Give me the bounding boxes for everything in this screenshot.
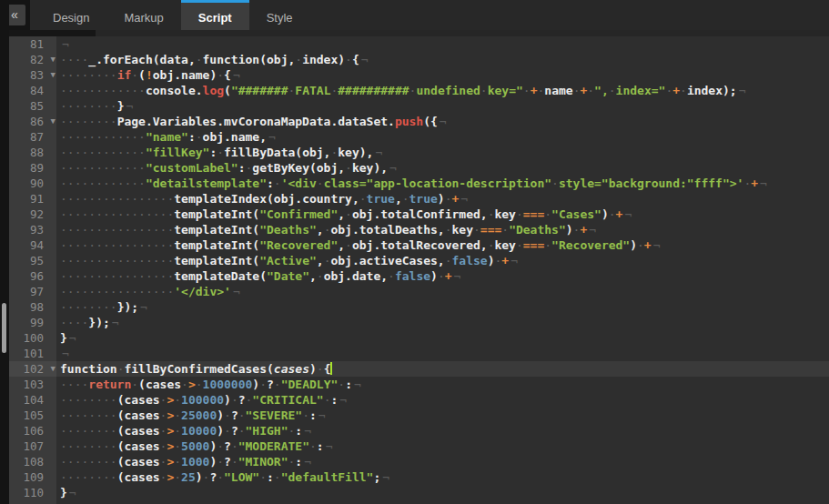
- code-line[interactable]: 92················templateInt("Confirmed…: [9, 207, 829, 222]
- line-number: 110: [9, 485, 56, 500]
- code-line-text: ········if·(!obj.name)·{¬: [56, 67, 829, 83]
- code-line-text: ····return·(cases·>·1000000)·?·"DEADLY"·…: [56, 377, 829, 392]
- line-number: 100: [9, 330, 56, 346]
- code-line-text: function·fillByConfirmedCases(cases)·{: [56, 361, 829, 377]
- code-line[interactable]: 84············console.log("#######·FATAL…: [9, 83, 829, 98]
- line-number: 83▼: [9, 67, 56, 83]
- code-line[interactable]: 83▼········if·(!obj.name)·{¬: [9, 67, 829, 83]
- code-line[interactable]: 103····return·(cases·>·1000000)·?·"DEADL…: [9, 377, 829, 392]
- code-line[interactable]: 97················'</div>'¬: [9, 284, 829, 299]
- code-line-text: ········Page.Variables.mvCoronaMapData.d…: [56, 114, 829, 129]
- code-line[interactable]: 81¬: [9, 36, 829, 52]
- code-line[interactable]: 94················templateInt("Recovered…: [9, 237, 829, 253]
- code-line[interactable]: 104········(cases·>·100000)·?·"CRITICAL"…: [9, 392, 829, 408]
- line-number: 109: [9, 469, 56, 485]
- line-number: 84: [9, 83, 56, 98]
- line-number: 82▼: [9, 52, 56, 67]
- rail-scrollbar-thumb[interactable]: [2, 303, 6, 353]
- code-line[interactable]: 101¬: [9, 346, 829, 361]
- fold-arrow-icon[interactable]: ▼: [51, 52, 56, 67]
- code-line-text: ····_.forEach(data,·function(obj,·index)…: [56, 52, 829, 67]
- line-number: 88: [9, 145, 56, 160]
- tab-list: DesignMarkupScriptStyle: [35, 0, 310, 30]
- tab-style[interactable]: Style: [249, 0, 310, 30]
- line-number: 108: [9, 454, 56, 469]
- code-line[interactable]: 98········});¬: [9, 299, 829, 315]
- code-line[interactable]: 110}¬: [9, 485, 829, 500]
- tab-script[interactable]: Script: [181, 0, 249, 30]
- code-line[interactable]: 100}¬: [9, 330, 829, 346]
- code-line-text: ············"name":·obj.name,¬: [56, 129, 829, 145]
- line-number: 87: [9, 129, 56, 145]
- code-line-text: ················'</div>'¬: [56, 284, 829, 299]
- tab-markup[interactable]: Markup: [106, 0, 180, 30]
- code-line-text: ····});¬: [56, 315, 829, 330]
- fold-arrow-icon[interactable]: ▼: [51, 361, 56, 377]
- code-line[interactable]: 82▼····_.forEach(data,·function(obj,·ind…: [9, 52, 829, 67]
- line-number: 103: [9, 377, 56, 392]
- code-line-text: ················templateInt("Recovered",…: [56, 237, 829, 253]
- code-line-text: ········});¬: [56, 299, 829, 315]
- line-number: 93: [9, 222, 56, 237]
- code-line[interactable]: 107········(cases·>·5000)·?·"MODERATE"·:…: [9, 438, 829, 454]
- code-line-text: ·······▪: [56, 500, 829, 504]
- line-number: 85: [9, 98, 56, 114]
- tab-design[interactable]: Design: [35, 0, 106, 30]
- line-number: 99: [9, 315, 56, 330]
- line-number: 89: [9, 160, 56, 176]
- code-line-text: ················templateInt("Active",·ob…: [56, 253, 829, 268]
- code-line-text: ········(cases·>·5000)·?·"MODERATE"·:¬: [56, 438, 829, 454]
- line-number: 92: [9, 207, 56, 222]
- code-line-text: ········(cases·>·10000)·?·"HIGH"·:¬: [56, 423, 829, 438]
- code-line-text: ¬: [56, 346, 829, 361]
- editor-tab-bar: « DesignMarkupScriptStyle: [0, 0, 829, 30]
- line-number: 81: [9, 36, 56, 52]
- code-line[interactable]: 109········(cases·>·25)·?·"LOW"·:·"defau…: [9, 469, 829, 485]
- line-number: 111: [9, 500, 56, 504]
- code-line-text: ········(cases·>·1000)·?·"MINOR"·:¬: [56, 454, 829, 469]
- code-line[interactable]: 108········(cases·>·1000)·?·"MINOR"·:¬: [9, 454, 829, 469]
- code-line[interactable]: 93················templateInt("Deaths",·…: [9, 222, 829, 237]
- fold-arrow-icon[interactable]: ▼: [51, 67, 56, 83]
- line-number: 98: [9, 299, 56, 315]
- code-line-text: ············"fillKey":·fillByData(obj,·k…: [56, 145, 829, 160]
- code-line-text: ········(cases·>·100000)·?·"CRITICAL"·:¬: [56, 392, 829, 408]
- line-number: 107: [9, 438, 56, 454]
- code-line-text: ············"customLabel":·getByKey(obj,…: [56, 160, 829, 176]
- code-line[interactable]: 90············"detailstemplate":·'<div·c…: [9, 176, 829, 191]
- line-number: 106: [9, 423, 56, 438]
- line-number: 90: [9, 176, 56, 191]
- fold-arrow-icon[interactable]: ▼: [51, 114, 56, 129]
- code-line[interactable]: 96················templateDate("Date",·o…: [9, 268, 829, 284]
- line-number: 91: [9, 191, 56, 207]
- code-line[interactable]: 102▼function·fillByConfirmedCases(cases)…: [9, 361, 829, 377]
- code-line[interactable]: 91················templateIndex(obj.coun…: [9, 191, 829, 207]
- code-line-text: ········(cases·>·25)·?·"LOW"·:·"defaultF…: [56, 469, 829, 485]
- code-line[interactable]: 111·······▪: [9, 500, 829, 504]
- script-editor-window: « DesignMarkupScriptStyle 81¬82▼····_.fo…: [0, 0, 829, 504]
- line-number: 97: [9, 284, 56, 299]
- code-line[interactable]: 99····});¬: [9, 315, 829, 330]
- line-number: 96: [9, 268, 56, 284]
- code-line-text: ········}¬: [56, 98, 829, 114]
- code-line[interactable]: 85········}¬: [9, 98, 829, 114]
- line-number: 95: [9, 253, 56, 268]
- code-line[interactable]: 95················templateInt("Active",·…: [9, 253, 829, 268]
- code-area: 81¬82▼····_.forEach(data,·function(obj,·…: [9, 36, 829, 504]
- code-line-text: ¬: [56, 36, 829, 52]
- code-line[interactable]: 86▼········Page.Variables.mvCoronaMapDat…: [9, 114, 829, 129]
- code-line[interactable]: 89············"customLabel":·getByKey(ob…: [9, 160, 829, 176]
- code-line-text: }¬: [56, 485, 829, 500]
- left-rail: [0, 0, 9, 504]
- code-line-text: }¬: [56, 330, 829, 346]
- code-line[interactable]: 105········(cases·>·25000)·?·"SEVERE"·:¬: [9, 408, 829, 423]
- code-line[interactable]: 106········(cases·>·10000)·?·"HIGH"·:¬: [9, 423, 829, 438]
- code-line-text: ················templateIndex(obj.countr…: [56, 191, 829, 207]
- code-line[interactable]: 87············"name":·obj.name,¬: [9, 129, 829, 145]
- code-line-text: ················templateInt("Confirmed",…: [56, 207, 829, 222]
- line-number: 102▼: [9, 361, 56, 377]
- line-number: 94: [9, 237, 56, 253]
- code-editor[interactable]: 81¬82▼····_.forEach(data,·function(obj,·…: [9, 36, 829, 504]
- code-line[interactable]: 88············"fillKey":·fillByData(obj,…: [9, 145, 829, 160]
- line-number: 101: [9, 346, 56, 361]
